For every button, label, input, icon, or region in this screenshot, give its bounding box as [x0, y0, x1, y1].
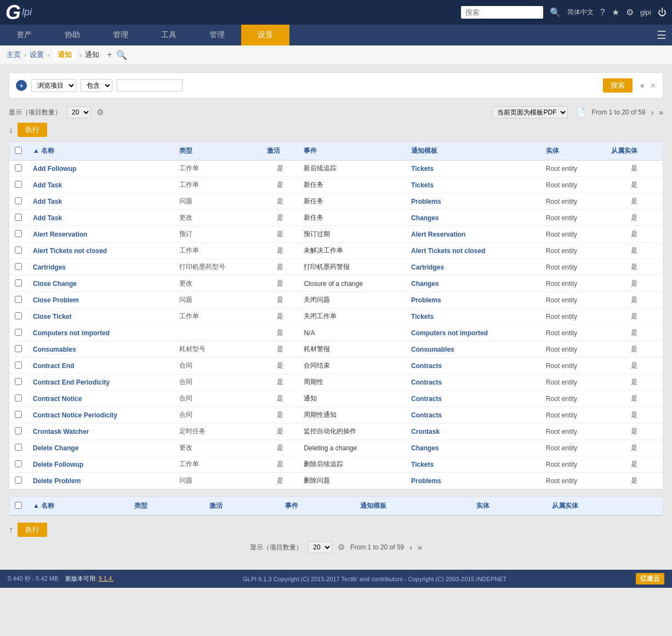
row-template-link[interactable]: Alert Reservation — [411, 231, 465, 238]
row-checkbox[interactable] — [15, 444, 22, 451]
row-checkbox[interactable] — [15, 214, 22, 221]
row-checkbox[interactable] — [15, 378, 22, 385]
execute-button-bottom[interactable]: 执行 — [18, 523, 47, 537]
nav-tools[interactable]: 工具 — [145, 25, 193, 45]
row-name-link[interactable]: Add Followup — [33, 165, 76, 173]
row-name-link[interactable]: Cartridges — [33, 263, 66, 271]
username[interactable]: glpi — [640, 8, 651, 16]
nav-manage[interactable]: 管理 — [96, 25, 145, 45]
bottom-items-per-page-select[interactable]: 20 — [308, 541, 332, 553]
row-template-link[interactable]: Problems — [411, 198, 441, 205]
row-template-link[interactable]: Consumables — [411, 346, 454, 353]
sort-down-icon[interactable]: ↓ — [9, 125, 13, 135]
name-header[interactable]: ▲ 名称 — [27, 142, 174, 161]
row-checkbox[interactable] — [15, 263, 22, 270]
row-name-link[interactable]: Computers not imported — [33, 329, 110, 337]
search-notification-icon[interactable]: 🔍 — [116, 50, 127, 60]
row-template-link[interactable]: Tickets — [411, 313, 434, 320]
row-checkbox[interactable] — [15, 230, 22, 237]
row-name-link[interactable]: Alert Reservation — [33, 231, 87, 238]
row-name-link[interactable]: Close Ticket — [33, 313, 71, 320]
row-name-link[interactable]: Delete Followup — [33, 461, 83, 468]
row-template-link[interactable]: Contracts — [411, 395, 442, 403]
view-select[interactable]: 浏览项目 — [31, 79, 76, 92]
name-footer-header[interactable]: ▲ 名称 — [27, 497, 129, 515]
row-template-link[interactable]: Problems — [411, 477, 441, 485]
row-template-link[interactable]: Changes — [411, 444, 439, 452]
row-template-link[interactable]: Contracts — [411, 362, 442, 370]
items-per-page-select[interactable]: 20 — [67, 106, 91, 118]
execute-button-top[interactable]: 执行 — [18, 123, 47, 137]
select-all-footer-checkbox[interactable] — [15, 502, 22, 509]
hamburger-menu-icon[interactable]: ☰ — [657, 29, 667, 41]
row-checkbox[interactable] — [15, 312, 22, 319]
search-icon[interactable]: 🔍 — [550, 7, 561, 18]
nav-settings[interactable]: 设置 — [241, 25, 289, 45]
clear-search-icon[interactable]: ✕ — [650, 82, 656, 90]
next-page-arrow[interactable]: › — [651, 108, 654, 117]
power-icon[interactable]: ⏻ — [658, 8, 667, 18]
add-notification-icon[interactable]: + — [107, 50, 112, 60]
search-add-button[interactable]: + — [16, 80, 27, 91]
row-checkbox[interactable] — [15, 394, 22, 402]
row-name-link[interactable]: Add Task — [33, 214, 62, 222]
last-page-arrow[interactable]: » — [659, 108, 663, 117]
language-selector[interactable]: 简体中文 — [567, 8, 594, 17]
row-template-link[interactable]: Alert Tickets not closed — [411, 247, 485, 255]
row-template-link[interactable]: Tickets — [411, 181, 434, 189]
row-template-link[interactable]: Tickets — [411, 165, 434, 173]
row-checkbox[interactable] — [15, 427, 22, 434]
row-name-link[interactable]: Contract End — [33, 362, 74, 370]
search-button[interactable]: 搜索 — [603, 78, 633, 93]
row-name-link[interactable]: Crontask Watcher — [33, 428, 89, 436]
row-checkbox[interactable] — [15, 460, 22, 467]
row-template-link[interactable]: Changes — [411, 214, 439, 222]
row-checkbox[interactable] — [15, 477, 22, 484]
nav-assets[interactable]: 资产 — [0, 25, 48, 45]
row-name-link[interactable]: Add Task — [33, 198, 62, 205]
nav-admin[interactable]: 管理 — [193, 25, 241, 45]
row-checkbox[interactable] — [15, 411, 22, 418]
row-template-link[interactable]: Contracts — [411, 411, 442, 419]
help-icon[interactable]: ? — [600, 8, 605, 18]
row-template-link[interactable]: Crontask — [411, 428, 440, 436]
table-config-icon[interactable]: ⚙ — [96, 107, 104, 117]
row-checkbox[interactable] — [15, 345, 22, 352]
bottom-next-page-arrow[interactable]: › — [409, 543, 412, 552]
sort-up-icon[interactable]: ↑ — [9, 525, 13, 535]
row-name-link[interactable]: Add Task — [33, 181, 62, 189]
pdf-select[interactable]: 当前页面为模板PDF — [492, 106, 568, 118]
breadcrumb-home[interactable]: 主页 — [7, 50, 21, 60]
row-template-link[interactable]: Cartridges — [411, 263, 444, 271]
row-name-link[interactable]: Alert Tickets not closed — [33, 247, 107, 255]
pdf-export-icon[interactable]: 📄 — [576, 107, 586, 117]
breadcrumb-settings[interactable]: 设置 — [30, 50, 44, 60]
row-name-link[interactable]: Close Problem — [33, 296, 79, 304]
row-name-link[interactable]: Close Change — [33, 280, 77, 288]
bottom-table-config-icon[interactable]: ⚙ — [338, 542, 345, 552]
bookmark-icon[interactable]: ★ — [612, 7, 619, 18]
row-template-link[interactable]: Contracts — [411, 379, 442, 386]
row-checkbox[interactable] — [15, 329, 22, 336]
row-checkbox[interactable] — [15, 279, 22, 287]
row-checkbox[interactable] — [15, 247, 22, 254]
row-checkbox[interactable] — [15, 181, 22, 188]
search-text-input[interactable] — [117, 79, 183, 91]
nav-assist[interactable]: 协助 — [48, 25, 96, 45]
row-checkbox[interactable] — [15, 296, 22, 303]
row-checkbox[interactable] — [15, 197, 22, 204]
row-name-link[interactable]: Contract Notice — [33, 395, 82, 403]
row-checkbox[interactable] — [15, 362, 22, 369]
row-name-link[interactable]: Contract Notice Periodicity — [33, 411, 117, 419]
bottom-last-page-arrow[interactable]: » — [418, 543, 422, 552]
row-template-link[interactable]: Computers not imported — [411, 329, 488, 337]
select-all-checkbox[interactable] — [15, 147, 22, 154]
row-name-link[interactable]: Consumables — [33, 346, 76, 353]
row-name-link[interactable]: Delete Problem — [33, 477, 81, 485]
contains-select[interactable]: 包含 — [81, 79, 112, 92]
row-template-link[interactable]: Changes — [411, 280, 439, 288]
row-template-link[interactable]: Problems — [411, 296, 441, 304]
save-search-icon[interactable]: ★ — [639, 82, 646, 90]
row-name-link[interactable]: Contract End Periodicity — [33, 379, 110, 386]
row-template-link[interactable]: Tickets — [411, 461, 434, 468]
